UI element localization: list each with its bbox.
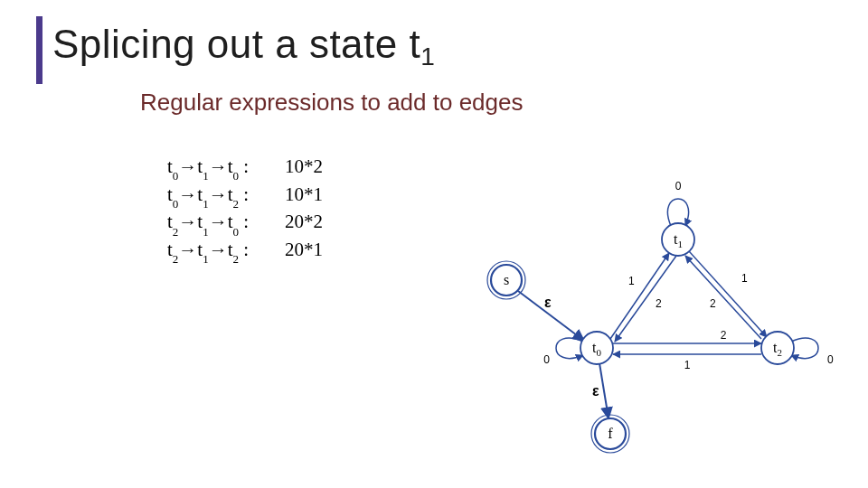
edge-t2-t1 [685, 256, 761, 339]
state-diagram: 0 0 0 ε ε 1 2 1 2 2 1 s [452, 163, 850, 470]
label-t2-t1: 2 [710, 297, 716, 310]
label-t0-t2: 2 [721, 329, 727, 342]
label-t2-t0: 1 [684, 359, 691, 371]
rule-path: t0→t1→t2 : [167, 182, 285, 210]
label-t0-t1: 1 [628, 275, 635, 287]
label-s-t0: ε [544, 295, 552, 310]
node-s-label: s [504, 272, 509, 287]
edge-t1-t2 [689, 251, 767, 337]
rule-path: t2→t1→t0 : [167, 209, 285, 237]
edge-t0-self [556, 338, 583, 359]
rule-expr: 20*1 [285, 237, 323, 265]
slide-title: Splicing out a state t1 [52, 22, 435, 67]
rule-row: t0→t1→t0 : 10*2 [167, 154, 323, 182]
rules-table: t0→t1→t0 : 10*2 t0→t1→t2 : 10*1 t2→t1→t0… [167, 154, 323, 265]
title-subscript: 1 [420, 42, 435, 70]
rule-row: t2→t1→t2 : 20*1 [167, 237, 323, 265]
edge-t1-t0 [615, 256, 676, 342]
rule-expr: 10*1 [285, 182, 323, 210]
label-t0-self: 0 [543, 353, 550, 366]
label-t1-t2: 1 [741, 272, 748, 285]
label-t1-self: 0 [675, 180, 682, 192]
edge-t0-f [599, 363, 609, 418]
slide-subtitle: Regular expressions to add to edges [140, 89, 524, 117]
rule-expr: 20*2 [285, 209, 323, 237]
label-t1-t0: 2 [656, 297, 662, 310]
rule-path: t2→t1→t2 : [167, 237, 285, 265]
accent-bar [36, 16, 42, 84]
edge-t2-self [791, 338, 818, 359]
edge-t1-self [667, 199, 688, 226]
rule-row: t2→t1→t0 : 20*2 [167, 209, 323, 237]
title-main: Splicing out a state t [52, 22, 420, 66]
edge-t0-t1 [610, 253, 669, 339]
rule-row: t0→t1→t2 : 10*1 [167, 182, 323, 210]
rule-path: t0→t1→t0 : [167, 154, 285, 182]
label-t2-self: 0 [827, 353, 834, 366]
label-t0-f: ε [592, 383, 599, 399]
node-f-label: f [608, 426, 613, 441]
rule-expr: 10*2 [285, 154, 323, 182]
